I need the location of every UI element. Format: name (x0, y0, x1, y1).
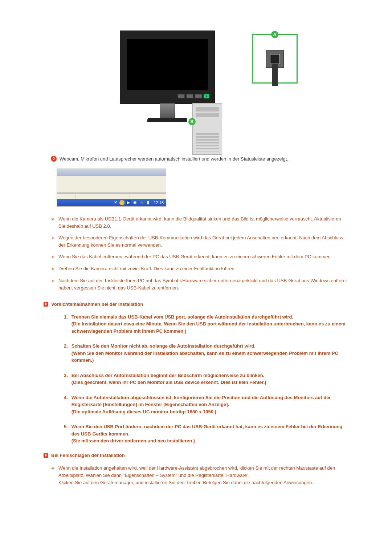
usage-note: ✳ Wenn Sie das Kabel entfernen, während … (51, 253, 347, 261)
precaution-text: Trennen Sie niemals das USB-Kabel vom US… (72, 313, 347, 335)
tower-drive-slot (196, 107, 219, 112)
fail-title: Bei Fehlschlagen der Installation (51, 453, 125, 458)
precaution-text: Wenn Sie den USB Port ändern, nachdem de… (72, 423, 347, 445)
taskbar-titlebar (57, 169, 166, 176)
precaution-number: 3. (64, 372, 68, 386)
snowflake-bullet-icon: ✳ (51, 278, 55, 292)
snowflake-bullet-icon: ✳ (51, 266, 55, 273)
precaution-text: Schalten Sie den Monitor nicht ab, solan… (72, 343, 347, 364)
step-number-badge: 2 (51, 156, 57, 162)
taskbar-screenshot: ✕ ! ▶ ◉ ⎋ ▮ 12:18 (57, 169, 347, 207)
snowflake-bullet-icon: ✳ (51, 216, 55, 230)
pc-tower-graphic: B (192, 103, 222, 155)
tray-clock: 12:18 (154, 200, 164, 205)
snowflake-bullet-icon: ✳ (51, 254, 55, 261)
monitor-button (177, 94, 185, 98)
tray-usb-icon: ⎋ (139, 200, 144, 205)
fail-note-text: Wenn die Installation angehalten wird, w… (58, 465, 347, 486)
play-bullet-icon (44, 302, 48, 307)
usage-note: ✳ Wenn die Kamera als USB1.1-Gerät erkan… (51, 215, 347, 230)
monitor-button (186, 94, 193, 98)
precaution-number: 5. (64, 423, 68, 445)
tray-network-icon: ✕ (113, 200, 118, 205)
usage-note: ✳ Drehen Sie die Kamera nicht mit zuviel… (51, 265, 347, 273)
monitor-button (195, 94, 202, 98)
usage-note: ✳ Nachdem Sie auf der Taskleiste Ihres P… (51, 277, 347, 292)
precautions-header: Vorsichtsmaßnahmen bei der Installation (44, 301, 347, 307)
usage-notes-list: ✳ Wenn die Kamera als USB1.1-Gerät erkan… (51, 215, 347, 292)
monitor-stand-neck (160, 103, 175, 118)
tray-volume-icon: ◉ (132, 200, 138, 205)
precaution-item: 3. Bei Abschluss der AutoInstallation be… (64, 372, 347, 386)
precaution-number: 2. (64, 343, 68, 364)
usage-note-text: Wenn Sie das Kabel entfernen, während de… (58, 253, 332, 261)
callout-label-a: A (271, 31, 278, 38)
usb-callout-a: A (252, 34, 298, 84)
monitor-usb-label: A (204, 94, 209, 98)
usb-plug-icon (272, 64, 278, 86)
usb-port-inner (270, 54, 280, 64)
usage-note-text: Drehen Sie die Kamera nicht mit zuviel K… (58, 265, 236, 273)
play-bullet-icon (44, 453, 48, 458)
precaution-text: Bei Abschluss der AutoInstallation begin… (72, 372, 347, 386)
precaution-item: 1. Trennen Sie niemals das USB-Kabel vom… (64, 313, 347, 335)
precautions-title: Vorsichtsmaßnahmen bei der Installation (51, 301, 143, 307)
precaution-item: 2. Schalten Sie den Monitor nicht ab, so… (64, 343, 347, 364)
fail-header: Bei Fehlschlagen der Installation (44, 453, 347, 458)
precaution-item: 5. Wenn Sie den USB Port ändern, nachdem… (64, 423, 347, 445)
taskbar-body (57, 176, 166, 192)
connection-illustration: A A B (0, 0, 392, 155)
monitor-button-row: A (177, 94, 209, 98)
step-2: 2 Webcam, Mikrofon und Lautsprecher werd… (51, 155, 347, 163)
precautions-list: 1. Trennen Sie niemals das USB-Kabel vom… (64, 313, 347, 445)
tower-drive-slot (196, 113, 219, 117)
usage-note-text: Nachdem Sie auf der Taskleiste Ihres PC … (58, 277, 347, 292)
tray-play-icon: ▶ (126, 200, 131, 205)
usage-note-text: Wegen der besonderen Eigenschaften der U… (58, 234, 347, 249)
monitor-usb-a-label: A (205, 95, 208, 98)
snowflake-bullet-icon: ✳ (51, 465, 55, 486)
monitor-stand-base (147, 118, 187, 122)
precaution-number: 4. (64, 394, 68, 416)
precaution-number: 1. (64, 313, 68, 335)
fail-note: ✳ Wenn die Installation angehalten wird,… (51, 465, 347, 486)
usage-note-text: Wenn die Kamera als USB1.1-Gerät erkannt… (58, 215, 347, 230)
usage-note: ✳ Wegen der besonderen Eigenschaften der… (51, 234, 347, 249)
tray-device-icon: ▮ (146, 200, 151, 205)
monitor-screen (127, 39, 208, 90)
snowflake-bullet-icon: ✳ (51, 235, 55, 249)
taskbar-body-lower (57, 194, 166, 199)
precaution-text: Wenn die AutoInstallation abgeschlossen … (72, 394, 347, 416)
system-tray: ✕ ! ▶ ◉ ⎋ ▮ 12:18 (57, 199, 166, 206)
step-2-text: Webcam, Mikrofon und Lautsprecher werden… (60, 155, 288, 163)
tower-vents (196, 133, 219, 151)
precaution-item: 4. Wenn die AutoInstallation abgeschloss… (64, 394, 347, 416)
illustration-canvas: A A B (120, 31, 272, 147)
monitor-graphic: A (120, 31, 215, 104)
tray-shield-icon: ! (119, 200, 124, 205)
callout-label-b: B (188, 118, 196, 125)
